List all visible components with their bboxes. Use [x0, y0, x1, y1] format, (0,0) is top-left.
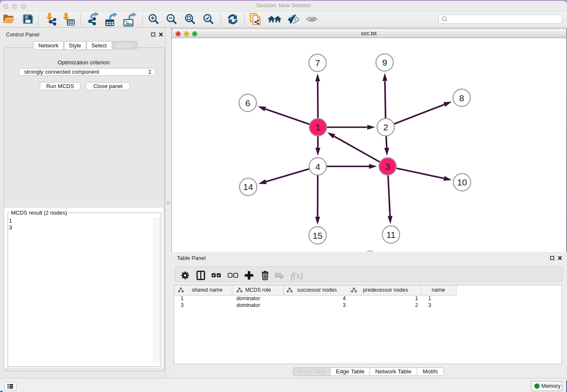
svg-text:6: 6 [245, 98, 250, 108]
svg-text:11: 11 [386, 230, 396, 240]
svg-text:f(x): f(x) [291, 271, 303, 281]
svg-text:3: 3 [385, 162, 390, 171]
svg-text:4: 4 [315, 162, 320, 171]
svg-text:8: 8 [459, 93, 464, 103]
svg-text:2: 2 [383, 122, 388, 132]
svg-text:9: 9 [382, 58, 387, 67]
svg-text:1: 1 [315, 122, 320, 132]
svg-text:10: 10 [457, 177, 467, 187]
svg-text:15: 15 [312, 231, 322, 240]
svg-text:14: 14 [243, 182, 253, 192]
svg-text:7: 7 [315, 58, 320, 68]
